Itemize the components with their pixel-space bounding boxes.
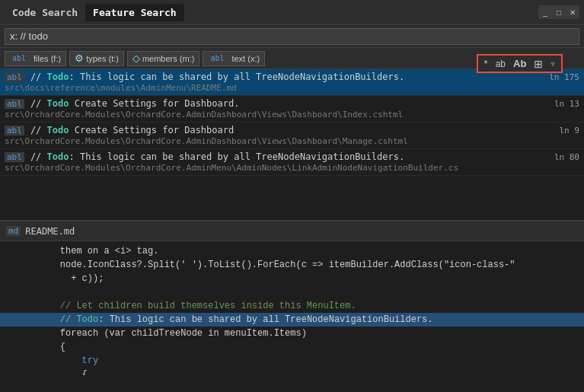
result-text-1: // Todo Create Settings for Dashboard.	[30, 98, 240, 109]
code-line: {	[0, 340, 584, 354]
result-location-0: ln 175	[549, 72, 579, 82]
text-filter-btn[interactable]: abl text (x:)	[203, 51, 265, 66]
types-filter-btn[interactable]: ⚙ types (t:)	[69, 51, 124, 66]
result-text-2: // Todo Create Settings for Dashboard	[30, 125, 234, 135]
result-path-1: src\OrchardCore.Modules\OrchardCore.Admi…	[5, 110, 579, 120]
code-line: + c));	[0, 272, 584, 285]
result-highlight-3: Todo	[47, 151, 69, 162]
search-options-toolbar: * ab Ab ⊞ ▾	[477, 54, 563, 73]
result-icon-0: abl	[5, 72, 24, 82]
result-path-0: src\docs\reference\modules\AdminMenu\REA…	[5, 83, 579, 93]
restore-button[interactable]: □	[552, 5, 566, 19]
tab-code-search[interactable]: Code Search	[5, 4, 85, 21]
line-content: node.IconClass?.Split(' ').ToList().ForE…	[38, 258, 515, 272]
close-button[interactable]: ✕	[566, 5, 579, 19]
line-num	[6, 313, 29, 327]
result-item[interactable]: abl // Todo Create Settings for Dashboar…	[0, 96, 584, 123]
result-location-3: ln 80	[554, 152, 579, 162]
result-highlight-2: Todo	[47, 125, 69, 135]
code-line: try	[0, 354, 584, 368]
search-bar: * ab Ab ⊞ ▾	[0, 25, 584, 48]
members-icon: ◇	[132, 53, 140, 64]
line-num	[6, 340, 29, 354]
result-text-3: // Todo: This logic can be shared by all…	[30, 151, 404, 162]
grid-button[interactable]: ⊞	[531, 57, 546, 71]
members-filter-label: members (m:)	[142, 54, 194, 63]
minimize-button[interactable]: _	[538, 5, 552, 19]
files-filter-btn[interactable]: abl files (f:)	[5, 51, 66, 66]
code-line: foreach (var childTreeNode in menuItem.I…	[0, 327, 584, 340]
result-highlight-0: Todo	[47, 72, 69, 82]
filename: README.md	[25, 226, 75, 237]
code-line	[0, 285, 584, 299]
file-icon: md	[6, 226, 21, 236]
result-item[interactable]: abl // Todo Create Settings for Dashboar…	[0, 123, 584, 149]
results-panel[interactable]: abl // Todo: This logic can be shared by…	[0, 69, 584, 221]
result-text-0: // Todo: This logic can be shared by all…	[30, 72, 404, 82]
line-num	[6, 299, 29, 313]
line-content: foreach (var childTreeNode in menuItem.I…	[38, 327, 307, 340]
result-path-3: src\OrchardCore.Modules\OrchardCore.Admi…	[5, 163, 579, 173]
result-location-2: ln 9	[560, 126, 580, 135]
ab-button[interactable]: ab	[493, 58, 509, 70]
code-line: // Let children build themselves inside …	[0, 299, 584, 313]
tab-feature-search[interactable]: Feature Search	[85, 4, 184, 21]
line-num	[6, 354, 29, 368]
code-line: them on a <i> tag.	[0, 244, 584, 258]
line-num	[6, 285, 29, 299]
code-panel: md README.md them on a <i> tag. node.Ico…	[0, 221, 584, 392]
files-filter-label: files (f:)	[34, 54, 61, 63]
result-item[interactable]: abl // Todo: This logic can be shared by…	[0, 69, 584, 96]
line-content: // Let children build themselves inside …	[38, 299, 356, 313]
wildcard-button[interactable]: *	[481, 57, 491, 70]
line-content	[38, 285, 43, 299]
result-icon-1: abl	[5, 99, 24, 109]
line-content: them on a <i> tag.	[38, 244, 158, 258]
code-line: node.IconClass?.Split(' ').ToList().ForE…	[0, 258, 584, 272]
line-num	[6, 327, 29, 340]
line-content: {	[38, 368, 88, 375]
line-num	[6, 272, 29, 285]
title-bar: Code Search Feature Search _ □ ✕	[0, 0, 584, 25]
types-filter-label: types (t:)	[86, 54, 119, 63]
line-num	[6, 244, 29, 258]
line-content: try	[38, 354, 98, 368]
result-icon-3: abl	[5, 152, 24, 162]
members-filter-btn[interactable]: ◇ members (m:)	[127, 51, 199, 66]
result-path-2: src\OrchardCore.Modules\OrchardCore.Admi…	[5, 136, 579, 146]
result-location-1: ln 13	[554, 99, 579, 109]
line-num	[6, 258, 29, 272]
code-panel-header: md README.md	[0, 221, 584, 241]
search-input[interactable]	[5, 28, 579, 45]
main-container: abl // Todo: This logic can be shared by…	[0, 69, 584, 392]
result-item[interactable]: abl // Todo: This logic can be shared by…	[0, 149, 584, 176]
line-content: {	[38, 340, 65, 354]
text-filter-label: text (x:)	[231, 54, 260, 63]
files-icon: abl	[10, 54, 28, 62]
line-content: // Todo: This logic can be shared by all…	[38, 313, 433, 327]
line-num	[6, 368, 29, 375]
result-icon-2: abl	[5, 126, 24, 135]
code-line: {	[0, 368, 584, 375]
result-highlight-1: Todo	[47, 98, 69, 109]
code-content[interactable]: them on a <i> tag. node.IconClass?.Split…	[0, 241, 584, 375]
line-content: + c));	[38, 272, 104, 285]
Ab-button[interactable]: Ab	[510, 57, 529, 70]
text-icon: abl	[208, 54, 226, 62]
code-line-highlighted: // Todo: This logic can be shared by all…	[0, 313, 584, 327]
types-icon: ⚙	[75, 53, 84, 64]
